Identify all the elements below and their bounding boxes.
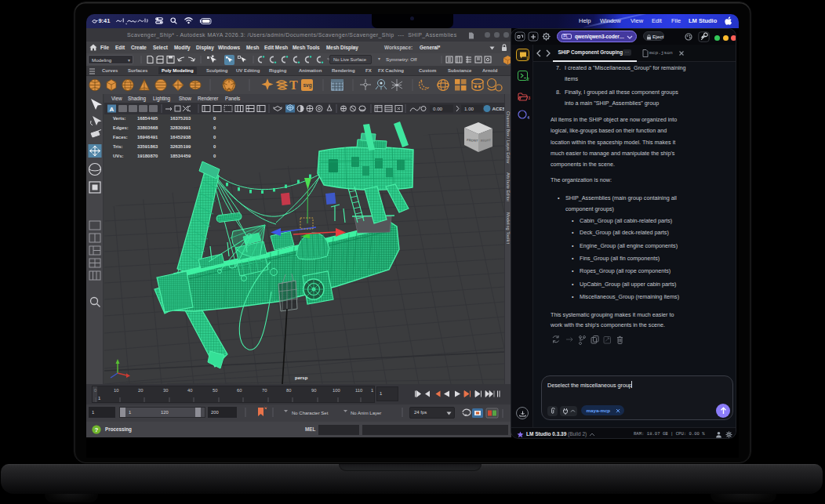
svg-text:32635199: 32635199 bbox=[170, 144, 191, 149]
svg-text:19180870: 19180870 bbox=[137, 154, 158, 158]
svg-text:16854495: 16854495 bbox=[137, 116, 158, 121]
svg-text:0.00: 0.00 bbox=[433, 106, 443, 111]
svg-text:No Anim Layer: No Anim Layer bbox=[351, 411, 381, 415]
svg-text:persp: persp bbox=[295, 375, 308, 380]
svg-text:90: 90 bbox=[311, 388, 316, 393]
svg-text:30: 30 bbox=[163, 388, 168, 393]
svg-text:10: 10 bbox=[114, 388, 118, 393]
svg-text:Faces:: Faces: bbox=[113, 135, 128, 140]
svg-text:1: 1 bbox=[98, 396, 100, 401]
svg-text:18534459: 18534459 bbox=[170, 154, 191, 158]
svg-text:Tris:: Tris: bbox=[113, 144, 122, 149]
svg-text:0: 0 bbox=[213, 135, 216, 140]
svg-text:1.00: 1.00 bbox=[464, 106, 474, 111]
svg-text:FRONT: FRONT bbox=[467, 138, 478, 143]
svg-text:20: 20 bbox=[138, 388, 143, 393]
svg-text:?: ? bbox=[95, 426, 99, 433]
svg-text:50: 50 bbox=[213, 388, 217, 393]
svg-text:ACES: ACES bbox=[492, 106, 505, 111]
svg-text:A: A bbox=[110, 106, 114, 113]
svg-text:Verts:: Verts: bbox=[113, 116, 125, 121]
svg-text:70: 70 bbox=[262, 388, 267, 393]
svg-text:110: 110 bbox=[355, 388, 362, 393]
svg-text:16452938: 16452938 bbox=[170, 135, 191, 140]
svg-text:1: 1 bbox=[371, 388, 373, 393]
svg-text:0: 0 bbox=[213, 154, 216, 158]
svg-text:33591863: 33591863 bbox=[137, 144, 158, 149]
svg-text:T: T bbox=[289, 78, 298, 92]
svg-text:0: 0 bbox=[213, 144, 216, 149]
svg-text:0: 0 bbox=[213, 125, 216, 130]
svg-text:40: 40 bbox=[187, 388, 192, 393]
svg-text:Edges:: Edges: bbox=[113, 125, 129, 130]
svg-text:60: 60 bbox=[237, 388, 242, 393]
svg-text:RIGHT: RIGHT bbox=[481, 138, 492, 143]
svg-text:80: 80 bbox=[286, 388, 291, 393]
svg-text:100: 100 bbox=[333, 388, 340, 393]
svg-text:0: 0 bbox=[213, 116, 216, 121]
svg-text:33803668: 33803668 bbox=[137, 125, 158, 130]
svg-text:No Character Set: No Character Set bbox=[292, 411, 329, 415]
svg-text:16946491: 16946491 bbox=[137, 135, 158, 140]
svg-text:32830991: 32830991 bbox=[170, 125, 191, 130]
svg-text:16375203: 16375203 bbox=[170, 116, 191, 121]
svg-text:UVs:: UVs: bbox=[113, 154, 123, 158]
svg-text:svg: svg bbox=[303, 82, 312, 89]
